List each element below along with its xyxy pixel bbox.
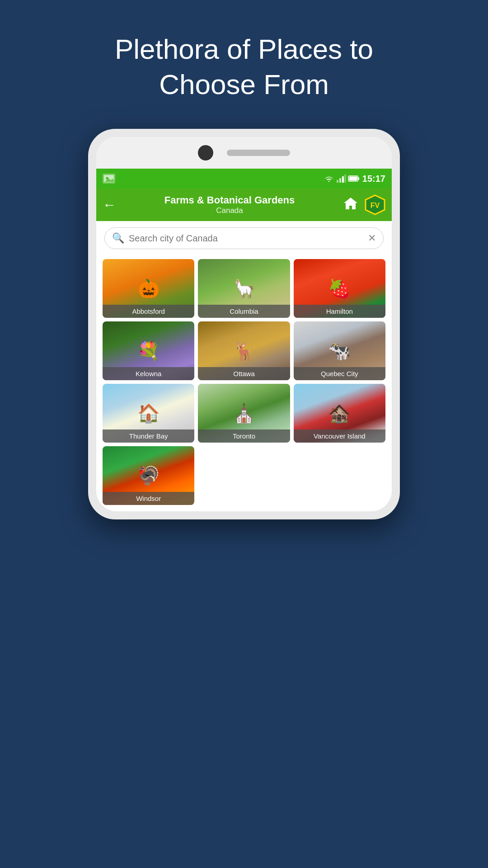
search-input[interactable] [129,233,363,244]
city-label: Quebec City [294,367,385,380]
home-icon[interactable] [343,197,358,213]
city-card[interactable]: 🎃Abbotsford [103,259,194,318]
page-title: Plethora of Places to Choose From [63,32,425,102]
search-clear-icon[interactable]: ✕ [368,232,376,244]
status-bar: 15:17 [96,169,392,189]
city-label: Toronto [198,429,290,443]
battery-icon [348,175,360,182]
search-icon: 🔍 [112,232,124,244]
toolbar-title: Farms & Botanical Gardens Canada [122,194,337,215]
status-image-icon [103,174,115,184]
svg-rect-10 [349,177,357,181]
speaker-bar [227,150,290,156]
city-card[interactable]: 🦃Windsor [103,446,194,505]
svg-marker-11 [344,198,357,209]
toolbar-title-sub: Canada [216,206,243,215]
camera-dot [198,145,213,160]
city-card[interactable]: 🦌Ottawa [198,321,290,380]
city-label: Hamilton [294,305,385,318]
toolbar-title-main: Farms & Botanical Gardens [164,194,295,206]
phone-mockup: 15:17 ← Farms & Botanical Gardens Canada… [88,129,400,519]
city-card[interactable]: 🏚️Vancouver Island [294,384,385,443]
svg-rect-4 [337,180,338,183]
city-card[interactable]: 🏠Thunder Bay [103,384,194,443]
svg-rect-5 [339,178,341,183]
back-button[interactable]: ← [103,197,116,212]
svg-marker-7 [344,175,346,183]
city-card[interactable]: 🦙Columbia [198,259,290,318]
signal-icon [336,175,346,183]
city-label: Kelowna [103,367,194,380]
city-label: Abbotsford [103,305,194,318]
city-card[interactable]: 💐Kelowna [103,321,194,380]
wifi-icon [324,174,334,183]
city-label: Vancouver Island [294,429,385,443]
city-card[interactable]: 🐄Quebec City [294,321,385,380]
app-toolbar: ← Farms & Botanical Gardens Canada FV [96,189,392,221]
search-bar[interactable]: 🔍 ✕ [104,227,384,249]
svg-rect-9 [358,177,359,180]
city-card[interactable]: ⛪Toronto [198,384,290,443]
search-container: 🔍 ✕ [96,221,392,255]
svg-rect-6 [342,176,344,183]
city-label: Columbia [198,305,290,318]
phone-top-bar [96,137,392,169]
city-card[interactable]: 🍓Hamilton [294,259,385,318]
city-label: Ottawa [198,367,290,380]
city-label: Thunder Bay [103,429,194,443]
city-grid: 🎃Abbotsford🦙Columbia🍓Hamilton💐Kelowna🦌Ot… [96,255,392,511]
fv-logo-badge: FV [365,194,385,215]
city-label: Windsor [103,492,194,505]
status-time: 15:17 [362,174,385,184]
svg-text:FV: FV [371,202,380,209]
